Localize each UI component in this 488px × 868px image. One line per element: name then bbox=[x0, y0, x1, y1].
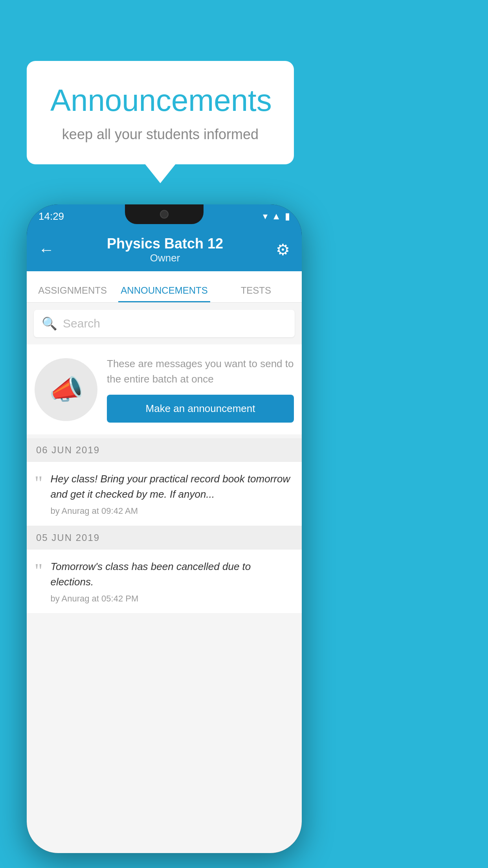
promo-description: These are messages you want to send to t… bbox=[107, 356, 294, 387]
announcement-text-1: Hey class! Bring your practical record b… bbox=[50, 471, 294, 502]
announcement-item-2[interactable]: " Tomorrow's class has been cancelled du… bbox=[27, 550, 302, 614]
announcement-text-2: Tomorrow's class has been cancelled due … bbox=[50, 559, 294, 590]
back-button[interactable]: ← bbox=[39, 241, 54, 259]
phone-content: 🔍 Search 📣 These are messages you want t… bbox=[27, 303, 302, 853]
promo-right: These are messages you want to send to t… bbox=[107, 356, 294, 423]
search-icon: 🔍 bbox=[42, 316, 57, 331]
camera bbox=[160, 210, 169, 219]
speech-bubble-container: Announcements keep all your students inf… bbox=[27, 61, 294, 164]
status-icons: ▾ ▲ ▮ bbox=[263, 211, 290, 222]
quote-icon-2: " bbox=[35, 561, 42, 580]
phone-notch bbox=[125, 204, 204, 224]
search-placeholder: Search bbox=[63, 317, 100, 330]
tab-announcements[interactable]: ANNOUNCEMENTS bbox=[118, 285, 210, 302]
phone-container: 14:29 ▾ ▲ ▮ ← Physics Batch 12 Owner ⚙ A… bbox=[27, 204, 302, 853]
settings-icon[interactable]: ⚙ bbox=[276, 241, 290, 259]
announcement-meta-1: by Anurag at 09:42 AM bbox=[50, 506, 294, 516]
wifi-icon: ▾ bbox=[263, 211, 268, 222]
header-center: Physics Batch 12 Owner bbox=[107, 235, 223, 264]
megaphone-circle: 📣 bbox=[35, 358, 97, 421]
status-time: 14:29 bbox=[39, 210, 64, 223]
tabs-bar: ASSIGNMENTS ANNOUNCEMENTS TESTS bbox=[27, 271, 302, 303]
bubble-title: Announcements bbox=[50, 83, 270, 118]
announcement-content-1: Hey class! Bring your practical record b… bbox=[50, 471, 294, 516]
battery-icon: ▮ bbox=[285, 211, 290, 222]
speech-bubble: Announcements keep all your students inf… bbox=[27, 61, 294, 164]
tab-assignments[interactable]: ASSIGNMENTS bbox=[27, 285, 118, 302]
announcement-item-1[interactable]: " Hey class! Bring your practical record… bbox=[27, 462, 302, 526]
announcement-meta-2: by Anurag at 05:42 PM bbox=[50, 594, 294, 604]
megaphone-icon: 📣 bbox=[49, 373, 83, 406]
search-bar[interactable]: 🔍 Search bbox=[34, 310, 295, 337]
app-header: ← Physics Batch 12 Owner ⚙ bbox=[27, 228, 302, 271]
promo-card: 📣 These are messages you want to send to… bbox=[27, 344, 302, 434]
bubble-subtitle: keep all your students informed bbox=[50, 126, 270, 143]
phone-frame: 14:29 ▾ ▲ ▮ ← Physics Batch 12 Owner ⚙ A… bbox=[27, 204, 302, 853]
signal-icon: ▲ bbox=[272, 211, 281, 222]
make-announcement-button[interactable]: Make an announcement bbox=[107, 395, 294, 423]
date-section-2: 05 JUN 2019 bbox=[27, 526, 302, 550]
header-title: Physics Batch 12 bbox=[107, 235, 223, 252]
date-section-1: 06 JUN 2019 bbox=[27, 438, 302, 462]
header-subtitle: Owner bbox=[107, 252, 223, 264]
quote-icon-1: " bbox=[35, 473, 42, 493]
announcement-content-2: Tomorrow's class has been cancelled due … bbox=[50, 559, 294, 604]
tab-tests[interactable]: TESTS bbox=[210, 285, 302, 302]
